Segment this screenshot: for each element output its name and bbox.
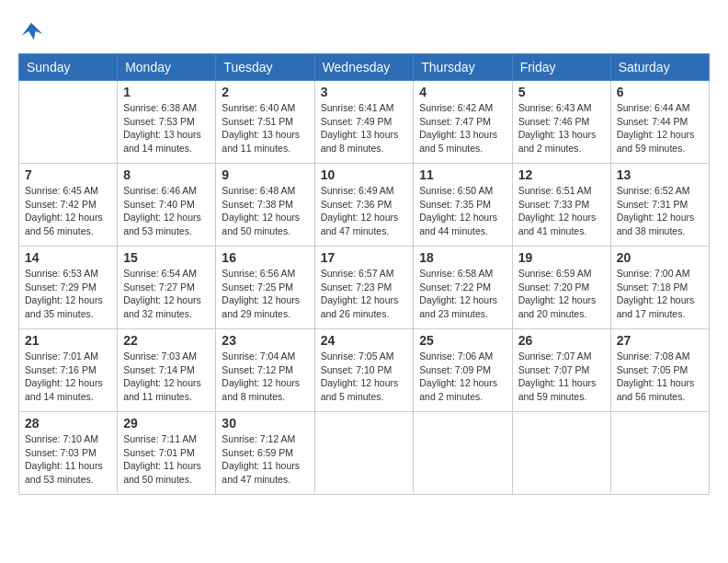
- calendar-cell: 8Sunrise: 6:46 AMSunset: 7:40 PMDaylight…: [118, 164, 216, 247]
- calendar-cell: 12Sunrise: 6:51 AMSunset: 7:33 PMDayligh…: [512, 164, 610, 247]
- calendar-cell: 14Sunrise: 6:53 AMSunset: 7:29 PMDayligh…: [19, 247, 118, 329]
- day-info: Sunrise: 7:05 AMSunset: 7:10 PMDaylight:…: [321, 350, 408, 404]
- day-number: 10: [321, 167, 408, 182]
- calendar-cell: [314, 412, 414, 495]
- day-number: 2: [222, 85, 308, 99]
- day-number: 22: [123, 333, 210, 348]
- calendar-cell: 27Sunrise: 7:08 AMSunset: 7:05 PMDayligh…: [610, 329, 709, 412]
- day-number: 28: [25, 416, 111, 431]
- calendar-cell: 22Sunrise: 7:03 AMSunset: 7:14 PMDayligh…: [118, 329, 216, 412]
- calendar-cell: 24Sunrise: 7:05 AMSunset: 7:10 PMDayligh…: [314, 329, 414, 412]
- weekday-header: Tuesday: [216, 54, 314, 81]
- calendar-cell: 7Sunrise: 6:45 AMSunset: 7:42 PMDaylight…: [19, 164, 118, 247]
- day-number: 8: [123, 167, 210, 182]
- logo: [18, 18, 48, 44]
- day-info: Sunrise: 7:11 AMSunset: 7:01 PMDaylight:…: [123, 432, 210, 487]
- calendar-cell: [414, 412, 512, 495]
- day-info: Sunrise: 7:01 AMSunset: 7:16 PMDaylight:…: [25, 350, 111, 404]
- calendar-cell: 17Sunrise: 6:57 AMSunset: 7:23 PMDayligh…: [314, 247, 414, 329]
- day-number: 24: [321, 333, 408, 348]
- day-info: Sunrise: 7:12 AMSunset: 6:59 PMDaylight:…: [222, 432, 308, 487]
- day-info: Sunrise: 7:07 AMSunset: 7:07 PMDaylight:…: [518, 350, 605, 404]
- calendar-cell: 9Sunrise: 6:48 AMSunset: 7:38 PMDaylight…: [216, 164, 314, 247]
- day-info: Sunrise: 6:51 AMSunset: 7:33 PMDaylight:…: [518, 184, 605, 238]
- calendar-cell: 26Sunrise: 7:07 AMSunset: 7:07 PMDayligh…: [512, 329, 610, 412]
- calendar-cell: 3Sunrise: 6:41 AMSunset: 7:49 PMDaylight…: [314, 81, 414, 164]
- day-number: 25: [419, 333, 506, 348]
- calendar-cell: 6Sunrise: 6:44 AMSunset: 7:44 PMDaylight…: [610, 81, 709, 164]
- day-info: Sunrise: 6:57 AMSunset: 7:23 PMDaylight:…: [321, 267, 408, 321]
- day-info: Sunrise: 6:42 AMSunset: 7:47 PMDaylight:…: [419, 101, 506, 155]
- calendar-cell: 20Sunrise: 7:00 AMSunset: 7:18 PMDayligh…: [610, 247, 709, 329]
- calendar-cell: 25Sunrise: 7:06 AMSunset: 7:09 PMDayligh…: [414, 329, 512, 412]
- day-number: 7: [25, 167, 111, 182]
- calendar-cell: 18Sunrise: 6:58 AMSunset: 7:22 PMDayligh…: [414, 247, 512, 329]
- calendar-cell: 11Sunrise: 6:50 AMSunset: 7:35 PMDayligh…: [414, 164, 512, 247]
- day-number: 21: [25, 333, 111, 348]
- day-number: 4: [419, 85, 506, 99]
- calendar-cell: [610, 412, 709, 495]
- calendar-cell: 29Sunrise: 7:11 AMSunset: 7:01 PMDayligh…: [118, 412, 216, 495]
- calendar-week-row: 28Sunrise: 7:10 AMSunset: 7:03 PMDayligh…: [19, 412, 710, 495]
- day-number: 17: [321, 250, 408, 265]
- day-info: Sunrise: 7:00 AMSunset: 7:18 PMDaylight:…: [617, 267, 703, 321]
- day-info: Sunrise: 6:52 AMSunset: 7:31 PMDaylight:…: [617, 184, 703, 238]
- day-info: Sunrise: 6:50 AMSunset: 7:35 PMDaylight:…: [419, 184, 506, 238]
- weekday-header-row: SundayMondayTuesdayWednesdayThursdayFrid…: [19, 54, 710, 81]
- day-number: 14: [25, 250, 111, 265]
- weekday-header: Sunday: [19, 54, 118, 81]
- day-number: 19: [518, 250, 605, 265]
- day-number: 13: [617, 167, 703, 182]
- weekday-header: Monday: [118, 54, 216, 81]
- day-number: 5: [518, 85, 605, 99]
- day-info: Sunrise: 6:41 AMSunset: 7:49 PMDaylight:…: [321, 101, 408, 155]
- calendar-cell: 23Sunrise: 7:04 AMSunset: 7:12 PMDayligh…: [216, 329, 314, 412]
- calendar-cell: [512, 412, 610, 495]
- logo-bird-icon: [18, 18, 44, 44]
- day-info: Sunrise: 6:56 AMSunset: 7:25 PMDaylight:…: [222, 267, 308, 321]
- calendar-cell: 4Sunrise: 6:42 AMSunset: 7:47 PMDaylight…: [414, 81, 512, 164]
- calendar-cell: 1Sunrise: 6:38 AMSunset: 7:53 PMDaylight…: [118, 81, 216, 164]
- day-info: Sunrise: 6:45 AMSunset: 7:42 PMDaylight:…: [25, 184, 111, 238]
- day-info: Sunrise: 6:43 AMSunset: 7:46 PMDaylight:…: [518, 101, 605, 155]
- calendar-cell: 28Sunrise: 7:10 AMSunset: 7:03 PMDayligh…: [19, 412, 118, 495]
- day-info: Sunrise: 6:58 AMSunset: 7:22 PMDaylight:…: [419, 267, 506, 321]
- day-info: Sunrise: 7:10 AMSunset: 7:03 PMDaylight:…: [25, 432, 111, 487]
- calendar-cell: 30Sunrise: 7:12 AMSunset: 6:59 PMDayligh…: [216, 412, 314, 495]
- day-info: Sunrise: 7:03 AMSunset: 7:14 PMDaylight:…: [123, 350, 210, 404]
- calendar-cell: 2Sunrise: 6:40 AMSunset: 7:51 PMDaylight…: [216, 81, 314, 164]
- day-number: 15: [123, 250, 210, 265]
- day-number: 23: [222, 333, 308, 348]
- day-number: 29: [123, 416, 210, 431]
- calendar-cell: 5Sunrise: 6:43 AMSunset: 7:46 PMDaylight…: [512, 81, 610, 164]
- day-number: 16: [222, 250, 308, 265]
- calendar-week-row: 1Sunrise: 6:38 AMSunset: 7:53 PMDaylight…: [19, 81, 710, 164]
- day-number: 12: [518, 167, 605, 182]
- day-info: Sunrise: 6:40 AMSunset: 7:51 PMDaylight:…: [222, 101, 308, 155]
- weekday-header: Thursday: [414, 54, 512, 81]
- weekday-header: Saturday: [610, 54, 709, 81]
- svg-marker-0: [22, 23, 42, 40]
- day-number: 9: [222, 167, 308, 182]
- day-info: Sunrise: 6:54 AMSunset: 7:27 PMDaylight:…: [123, 267, 210, 321]
- day-number: 27: [617, 333, 703, 348]
- day-number: 30: [222, 416, 308, 431]
- day-info: Sunrise: 7:06 AMSunset: 7:09 PMDaylight:…: [419, 350, 506, 404]
- day-number: 3: [321, 85, 408, 99]
- day-info: Sunrise: 7:04 AMSunset: 7:12 PMDaylight:…: [222, 350, 308, 404]
- day-number: 1: [123, 85, 210, 99]
- calendar-week-row: 7Sunrise: 6:45 AMSunset: 7:42 PMDaylight…: [19, 164, 710, 247]
- calendar-week-row: 21Sunrise: 7:01 AMSunset: 7:16 PMDayligh…: [19, 329, 710, 412]
- calendar-cell: [19, 81, 118, 164]
- day-number: 26: [518, 333, 605, 348]
- calendar-week-row: 14Sunrise: 6:53 AMSunset: 7:29 PMDayligh…: [19, 247, 710, 329]
- day-info: Sunrise: 6:49 AMSunset: 7:36 PMDaylight:…: [321, 184, 408, 238]
- weekday-header: Wednesday: [314, 54, 414, 81]
- calendar-cell: 10Sunrise: 6:49 AMSunset: 7:36 PMDayligh…: [314, 164, 414, 247]
- day-info: Sunrise: 6:38 AMSunset: 7:53 PMDaylight:…: [123, 101, 210, 155]
- day-number: 11: [419, 167, 506, 182]
- day-number: 6: [617, 85, 703, 99]
- calendar-cell: 16Sunrise: 6:56 AMSunset: 7:25 PMDayligh…: [216, 247, 314, 329]
- day-info: Sunrise: 6:48 AMSunset: 7:38 PMDaylight:…: [222, 184, 308, 238]
- day-info: Sunrise: 7:08 AMSunset: 7:05 PMDaylight:…: [617, 350, 703, 404]
